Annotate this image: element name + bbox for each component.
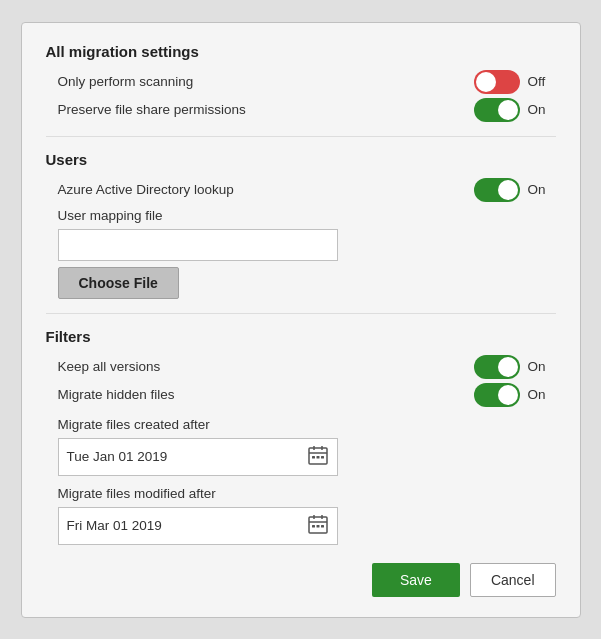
choose-file-button[interactable]: Choose File [58,267,179,299]
calendar-icon-modified[interactable] [307,513,329,538]
svg-rect-11 [312,525,315,528]
toggle-label-scanning: Off [528,74,556,89]
setting-row-aad: Azure Active Directory lookup On [58,178,556,202]
svg-rect-6 [321,456,324,459]
save-button[interactable]: Save [372,563,460,597]
date-modified-input-wrapper[interactable]: Fri Mar 01 2019 [58,507,338,545]
date-modified-section: Migrate files modified after Fri Mar 01 … [58,486,556,545]
divider-filters [46,313,556,314]
label-hidden: Migrate hidden files [58,387,175,402]
setting-row-versions: Keep all versions On [58,355,556,379]
toggle-scanning[interactable] [474,70,520,94]
label-permissions: Preserve file share permissions [58,102,246,117]
section-title-migration: All migration settings [46,43,556,60]
label-user-mapping: User mapping file [58,208,556,223]
date-modified-value: Fri Mar 01 2019 [67,518,162,533]
cancel-button[interactable]: Cancel [470,563,556,597]
toggle-group-aad: On [474,178,556,202]
toggle-label-versions: On [528,359,556,374]
label-aad: Azure Active Directory lookup [58,182,234,197]
svg-rect-12 [316,525,319,528]
toggle-knob-permissions [498,100,518,120]
toggle-label-aad: On [528,182,556,197]
label-versions: Keep all versions [58,359,161,374]
setting-row-permissions: Preserve file share permissions On [58,98,556,122]
section-title-users: Users [46,151,556,168]
toggle-knob-versions [498,357,518,377]
toggle-label-hidden: On [528,387,556,402]
date-created-value: Tue Jan 01 2019 [67,449,168,464]
label-date-modified: Migrate files modified after [58,486,556,501]
date-created-input-wrapper[interactable]: Tue Jan 01 2019 [58,438,338,476]
toggle-aad[interactable] [474,178,520,202]
svg-rect-13 [321,525,324,528]
setting-row-hidden: Migrate hidden files On [58,383,556,407]
toggle-group-permissions: On [474,98,556,122]
svg-rect-4 [312,456,315,459]
toggle-knob-hidden [498,385,518,405]
user-mapping-section: User mapping file Choose File [58,208,556,299]
toggle-knob-aad [498,180,518,200]
toggle-permissions[interactable] [474,98,520,122]
label-scanning: Only perform scanning [58,74,194,89]
toggle-label-permissions: On [528,102,556,117]
toggle-group-scanning: Off [474,70,556,94]
toggle-group-versions: On [474,355,556,379]
date-created-section: Migrate files created after Tue Jan 01 2… [58,417,556,476]
section-title-filters: Filters [46,328,556,345]
svg-rect-5 [316,456,319,459]
user-mapping-input[interactable] [58,229,338,261]
dialog-footer: Save Cancel [46,563,556,597]
toggle-versions[interactable] [474,355,520,379]
divider-users [46,136,556,137]
calendar-icon-created[interactable] [307,444,329,469]
toggle-hidden[interactable] [474,383,520,407]
migration-settings-dialog: All migration settings Only perform scan… [21,22,581,618]
toggle-knob-scanning [476,72,496,92]
setting-row-scanning: Only perform scanning Off [58,70,556,94]
label-date-created: Migrate files created after [58,417,556,432]
toggle-group-hidden: On [474,383,556,407]
